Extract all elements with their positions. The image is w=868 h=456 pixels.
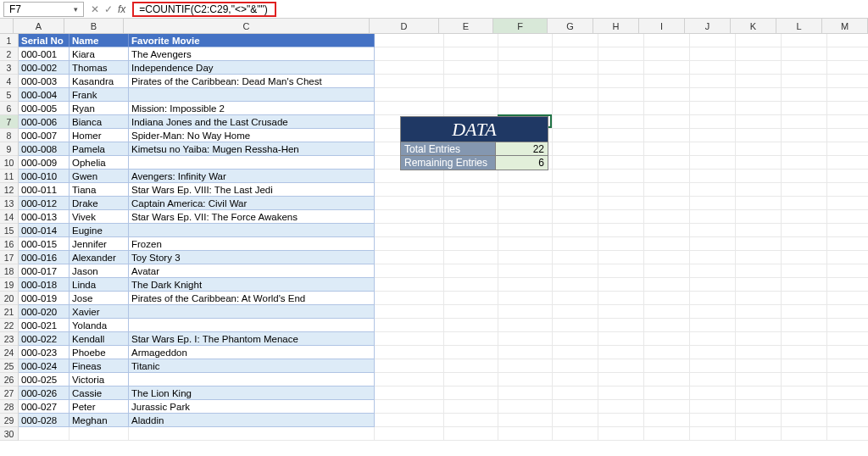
cell[interactable] [598, 102, 644, 115]
cell[interactable] [644, 319, 690, 332]
cell[interactable] [553, 61, 598, 75]
cell[interactable] [444, 400, 498, 414]
cell[interactable]: Victoria [70, 373, 129, 386]
cell[interactable] [375, 414, 444, 427]
cell[interactable] [444, 224, 498, 237]
cell[interactable] [553, 251, 598, 264]
cell[interactable] [129, 224, 375, 237]
cell[interactable]: 000-006 [19, 115, 70, 129]
cell[interactable]: Aladdin [129, 414, 375, 427]
cell[interactable] [644, 75, 690, 88]
cell[interactable] [375, 75, 444, 88]
cell[interactable] [736, 427, 782, 441]
cell[interactable] [644, 183, 690, 197]
cell[interactable]: 000-009 [19, 156, 70, 170]
cell[interactable] [644, 170, 690, 183]
cell[interactable] [553, 183, 598, 197]
cell[interactable] [690, 237, 736, 251]
cell[interactable] [644, 292, 690, 305]
cell[interactable] [444, 292, 498, 305]
cell[interactable] [690, 34, 736, 47]
cell[interactable] [782, 305, 827, 319]
cell[interactable] [644, 115, 690, 129]
cell[interactable] [553, 278, 598, 292]
cell[interactable]: 000-005 [19, 102, 70, 115]
cell[interactable] [644, 373, 690, 386]
cell[interactable]: Alexander [70, 251, 129, 264]
cell[interactable] [690, 332, 736, 346]
cell[interactable]: 000-022 [19, 332, 70, 346]
cell[interactable] [19, 427, 70, 441]
cell[interactable] [644, 197, 690, 210]
cell[interactable] [129, 373, 375, 386]
cell[interactable] [375, 427, 444, 441]
cell[interactable] [782, 346, 827, 359]
cell[interactable] [598, 183, 644, 197]
cell[interactable] [827, 34, 868, 47]
cell[interactable] [498, 386, 553, 400]
cell[interactable] [444, 386, 498, 400]
cell[interactable] [736, 170, 782, 183]
row-header-13[interactable]: 13 [0, 197, 19, 210]
row-header-3[interactable]: 3 [0, 61, 19, 75]
cell[interactable] [553, 156, 598, 170]
cell[interactable] [553, 88, 598, 102]
cell[interactable] [375, 251, 444, 264]
cell[interactable] [498, 197, 553, 210]
cell[interactable] [827, 319, 868, 332]
cell[interactable] [129, 305, 375, 319]
cell[interactable]: Frank [70, 88, 129, 102]
cell[interactable] [782, 386, 827, 400]
cell[interactable] [736, 346, 782, 359]
cell[interactable] [598, 251, 644, 264]
cell[interactable] [690, 197, 736, 210]
cell[interactable] [690, 346, 736, 359]
cell[interactable] [690, 373, 736, 386]
cell[interactable] [498, 183, 553, 197]
cell[interactable]: 000-023 [19, 346, 70, 359]
cell[interactable] [129, 156, 375, 170]
cell[interactable] [827, 251, 868, 264]
cell[interactable] [498, 278, 553, 292]
cell[interactable] [736, 319, 782, 332]
cell[interactable]: Fineas [70, 359, 129, 373]
cell[interactable] [553, 400, 598, 414]
cell[interactable] [644, 142, 690, 156]
cell[interactable] [498, 414, 553, 427]
cell[interactable]: 000-004 [19, 88, 70, 102]
cell[interactable]: Ophelia [70, 156, 129, 170]
cell[interactable] [827, 346, 868, 359]
row-header-26[interactable]: 26 [0, 373, 19, 386]
cell[interactable]: Avengers: Infinity War [129, 170, 375, 183]
cell[interactable] [129, 88, 375, 102]
cell[interactable] [690, 170, 736, 183]
cell[interactable]: 000-025 [19, 373, 70, 386]
cell[interactable] [782, 414, 827, 427]
cell[interactable] [598, 88, 644, 102]
cell[interactable] [644, 264, 690, 278]
cell[interactable] [498, 224, 553, 237]
cell[interactable] [827, 292, 868, 305]
cell[interactable]: 000-008 [19, 142, 70, 156]
fx-icon[interactable]: fx [118, 3, 125, 15]
cell[interactable] [598, 47, 644, 61]
row-header-30[interactable]: 30 [0, 427, 19, 441]
cell[interactable] [644, 427, 690, 441]
cell[interactable] [690, 386, 736, 400]
cell[interactable] [553, 414, 598, 427]
row-header-22[interactable]: 22 [0, 319, 19, 332]
cell[interactable]: 000-024 [19, 359, 70, 373]
cell[interactable]: Eugine [70, 224, 129, 237]
cell[interactable] [736, 210, 782, 224]
cell[interactable] [375, 386, 444, 400]
cell[interactable] [827, 264, 868, 278]
cell[interactable] [375, 197, 444, 210]
cell[interactable] [598, 359, 644, 373]
cell[interactable] [498, 75, 553, 88]
cell[interactable] [644, 47, 690, 61]
cell[interactable] [598, 278, 644, 292]
cell[interactable] [375, 47, 444, 61]
col-header-L[interactable]: L [776, 19, 822, 33]
cell[interactable] [782, 34, 827, 47]
cell[interactable] [598, 61, 644, 75]
